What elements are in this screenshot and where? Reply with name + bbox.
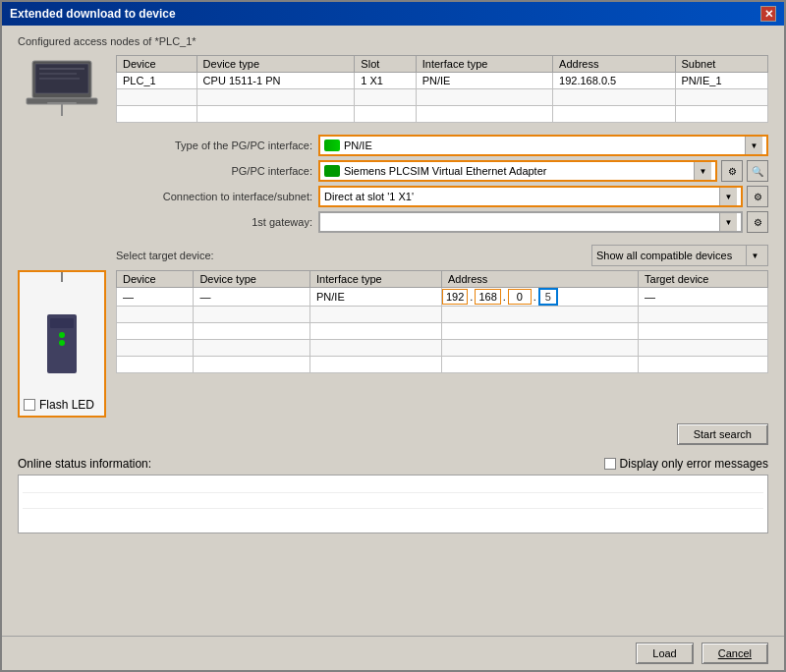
interface-row-connection: Connection to interface/subnet: Direct a… <box>116 186 768 207</box>
error-messages-row: Display only error messages <box>604 457 768 471</box>
target-cell-device-type: — <box>194 288 310 307</box>
cell-device: PLC_1 <box>117 73 197 89</box>
interface-section: Type of the PG/PC interface: PN/IE ▼ PG/… <box>116 135 768 233</box>
interface-row-type: Type of the PG/PC interface: PN/IE ▼ <box>116 135 768 156</box>
gateway-settings-icon[interactable]: ⚙ <box>747 211 768 233</box>
table-row: PLC_1 CPU 1511-1 PN 1 X1 PN/IE 192.168.0… <box>117 73 768 89</box>
target-col-device: Device <box>117 271 194 288</box>
online-status-section: Online status information: Display only … <box>18 457 768 533</box>
interface-type-label: Type of the PG/PC interface: <box>116 140 312 151</box>
pgpc-interface-control: Siemens PLCSIM Virtual Ethernet Adapter … <box>318 160 768 182</box>
col-slot: Slot <box>355 56 416 73</box>
start-search-button[interactable]: Start search <box>677 423 768 445</box>
plc-led-2 <box>59 340 65 346</box>
target-cell-address: 192 . 168 . 0 . 5 <box>441 288 638 307</box>
flash-led-checkbox[interactable] <box>24 399 35 411</box>
address-octet-2[interactable]: 168 <box>475 289 500 305</box>
dropdown-content-2: Siemens PLCSIM Virtual Ethernet Adapter <box>324 165 546 177</box>
laptop-icon <box>23 59 101 118</box>
target-device-label: Select target device: <box>116 250 214 261</box>
settings-icon-btn[interactable]: ⚙ <box>721 160 743 182</box>
col-device: Device <box>117 56 197 73</box>
cell-slot: 1 X1 <box>355 73 416 89</box>
target-table-section: Device Device type Interface type Addres… <box>116 270 768 418</box>
close-button[interactable]: ✕ <box>760 6 776 22</box>
cable-top <box>61 272 63 282</box>
target-device-section: Select target device: Show all compatibl… <box>18 245 768 418</box>
configured-table-section: Device Device type Slot Interface type A… <box>116 55 768 123</box>
col-address: Address <box>553 56 675 73</box>
target-col-target-device: Target device <box>639 271 768 288</box>
target-cell-interface-type: PN/IE <box>309 288 441 307</box>
gateway-control: ▼ ⚙ <box>318 211 768 233</box>
dropdown-arrow-icon-2: ▼ <box>694 162 711 180</box>
flash-led-row: Flash LED <box>24 398 94 412</box>
target-header: Select target device: Show all compatibl… <box>18 245 768 266</box>
cell-address: 192.168.0.5 <box>553 73 675 89</box>
target-table-row-empty-4 <box>117 357 768 373</box>
address-dot-2: . <box>503 291 506 303</box>
cell-device-type: CPU 1511-1 PN <box>196 73 355 89</box>
col-device-type: Device type <box>196 56 355 73</box>
cancel-button[interactable]: Cancel <box>702 643 768 664</box>
address-octet-3[interactable]: 0 <box>508 289 532 305</box>
table-row-empty-2 <box>117 106 768 123</box>
target-col-address: Address <box>441 271 638 288</box>
status-line-2 <box>23 493 763 509</box>
col-interface-type: Interface type <box>416 56 552 73</box>
connection-value: Direct at slot '1 X1' <box>324 191 414 202</box>
connection-settings-icon[interactable]: ⚙ <box>747 186 768 207</box>
status-line-3 <box>23 509 763 525</box>
error-messages-checkbox[interactable] <box>604 458 616 470</box>
online-status-header: Online status information: Display only … <box>18 457 768 471</box>
target-cell-target-device: — <box>639 288 768 307</box>
connection-dropdown[interactable]: Direct at slot '1 X1' ▼ <box>318 186 743 207</box>
target-table: Device Device type Interface type Addres… <box>116 270 768 373</box>
compatible-devices-dropdown[interactable]: Show all compatible devices ▼ <box>591 245 768 266</box>
cell-subnet: PN/IE_1 <box>675 73 767 89</box>
online-status-label: Online status information: <box>18 457 151 471</box>
status-line-1 <box>23 477 763 493</box>
plc-top <box>50 318 74 328</box>
plc-led-1 <box>59 332 65 338</box>
start-search-row: Start search <box>18 423 768 445</box>
address-cell: 192 . 168 . 0 . 5 <box>442 288 638 306</box>
target-table-row-empty-3 <box>117 340 768 357</box>
pgpc-interface-value: Siemens PLCSIM Virtual Ethernet Adapter <box>344 165 546 177</box>
cell-interface-type: PN/IE <box>416 73 552 89</box>
title-bar: Extended download to device ✕ <box>2 2 784 26</box>
configured-table: Device Device type Slot Interface type A… <box>116 55 768 123</box>
col-subnet: Subnet <box>675 56 767 73</box>
address-octet-4[interactable]: 5 <box>538 288 558 306</box>
address-dot-3: . <box>533 291 536 303</box>
device-visual <box>47 314 77 373</box>
pgpc-interface-label: PG/PC interface: <box>116 165 312 177</box>
target-col-device-type: Device type <box>194 271 310 288</box>
gateway-dropdown[interactable]: ▼ <box>318 211 743 233</box>
interface-row-gateway: 1st gateway: ▼ ⚙ <box>116 211 768 233</box>
connection-label: Connection to interface/subnet: <box>116 191 312 202</box>
device-visual-box: Flash LED <box>18 270 106 418</box>
svg-rect-6 <box>47 102 77 104</box>
configured-section-label: Configured access nodes of *PLC_1* <box>18 35 768 47</box>
search-icon-btn[interactable]: 🔍 <box>747 160 768 182</box>
connection-control: Direct at slot '1 X1' ▼ ⚙ <box>318 186 768 207</box>
dropdown-arrow-icon: ▼ <box>745 137 762 154</box>
address-octet-1[interactable]: 192 <box>442 289 468 305</box>
target-table-wrapper: Flash LED Device Device type Interface t… <box>18 270 768 418</box>
gateway-label: 1st gateway: <box>116 216 312 228</box>
dialog-content: Configured access nodes of *PLC_1* <box>2 26 784 636</box>
dropdown-content: PN/IE <box>324 140 372 151</box>
pgpc-type-dropdown[interactable]: PN/IE ▼ <box>318 135 768 156</box>
table-row-empty-1 <box>117 89 768 106</box>
flash-led-label: Flash LED <box>39 398 94 412</box>
adapter-icon <box>324 165 340 177</box>
address-dot-1: . <box>470 291 473 303</box>
pgpc-interface-dropdown[interactable]: Siemens PLCSIM Virtual Ethernet Adapter … <box>318 160 717 182</box>
load-button[interactable]: Load <box>636 643 693 664</box>
target-header-right: Show all compatible devices ▼ <box>591 245 768 266</box>
target-cell-device: — <box>117 288 194 307</box>
plc-body <box>47 314 77 373</box>
status-log-area <box>18 475 768 533</box>
interface-type-control: PN/IE ▼ <box>318 135 768 156</box>
